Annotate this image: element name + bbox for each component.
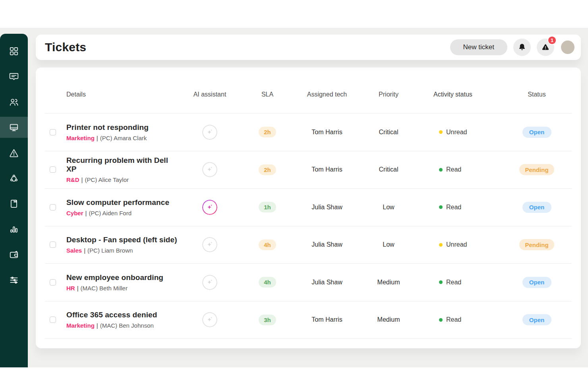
sparkle-icon bbox=[205, 240, 214, 249]
ticket-subtitle: R&D|(PC) Alice Taylor bbox=[66, 176, 180, 183]
ai-assistant-button[interactable] bbox=[202, 162, 217, 177]
priority: Critical bbox=[359, 166, 418, 173]
sla-badge: 3h bbox=[259, 315, 276, 325]
ticket-department: Sales bbox=[66, 247, 82, 254]
ai-assistant-button[interactable] bbox=[202, 237, 217, 252]
table-row: Printer not responding Marketing|(PC) Am… bbox=[45, 114, 572, 151]
ticket-title: Slow computer performance bbox=[66, 198, 180, 207]
activity-label: Unread bbox=[446, 241, 467, 248]
subtitle-separator: | bbox=[81, 176, 83, 183]
network-nodes-icon bbox=[9, 173, 19, 183]
new-ticket-button[interactable]: New ticket bbox=[450, 39, 507, 55]
activity-label: Read bbox=[446, 166, 461, 173]
ticket-subtitle: Cyber|(PC) Aiden Ford bbox=[66, 210, 180, 216]
ticket-details[interactable]: Slow computer performance Cyber|(PC) Aid… bbox=[61, 198, 180, 216]
table-row: Slow computer performance Cyber|(PC) Aid… bbox=[45, 189, 572, 226]
status-badge[interactable]: Pending bbox=[519, 164, 554, 175]
ticket-subtitle: Marketing|(PC) Amara Clark bbox=[66, 135, 180, 141]
status-badge[interactable]: Pending bbox=[519, 239, 554, 250]
ticket-title: New employee onboarding bbox=[66, 273, 180, 282]
ticket-title: Recurring problem with Dell XP bbox=[66, 156, 180, 174]
activity-status: Unread bbox=[418, 241, 502, 248]
alert-count-badge: 1 bbox=[547, 36, 557, 45]
sla-badge: 1h bbox=[259, 202, 276, 212]
ticket-details[interactable]: Desktop - Fan speed (left side) Sales|(P… bbox=[61, 236, 180, 254]
ticket-department: HR bbox=[66, 285, 75, 292]
sidebar-item-messages[interactable] bbox=[0, 64, 28, 89]
table-row: New employee onboarding HR|(MAC) Beth Mi… bbox=[45, 264, 572, 301]
column-header-details: Details bbox=[61, 91, 180, 98]
assigned-tech: Julia Shaw bbox=[295, 241, 359, 248]
sidebar-item-users[interactable] bbox=[0, 89, 28, 115]
sidebar-item-network[interactable] bbox=[0, 166, 28, 191]
ticket-title: Desktop - Fan speed (left side) bbox=[66, 236, 180, 244]
dashboard-icon bbox=[9, 46, 19, 56]
row-checkbox[interactable] bbox=[50, 241, 56, 248]
sla-badge: 4h bbox=[259, 239, 276, 250]
ticket-subtitle: HR|(MAC) Beth Miller bbox=[66, 285, 180, 292]
ticket-details[interactable]: Office 365 access denied Marketing|(MAC)… bbox=[61, 311, 180, 329]
row-checkbox[interactable] bbox=[50, 279, 56, 286]
row-checkbox[interactable] bbox=[50, 129, 56, 135]
priority: Critical bbox=[359, 129, 418, 136]
column-header-sla: SLA bbox=[240, 91, 295, 98]
table-header-row: Details AI assistant SLA Assigned tech P… bbox=[45, 68, 572, 114]
sparkle-icon bbox=[205, 278, 214, 287]
status-badge[interactable]: Open bbox=[522, 314, 551, 325]
book-icon bbox=[9, 199, 19, 209]
subtitle-separator: | bbox=[84, 247, 85, 254]
activity-dot bbox=[439, 280, 443, 284]
sidebar-item-reports[interactable] bbox=[0, 216, 28, 242]
activity-status: Read bbox=[418, 279, 502, 286]
ticket-details[interactable]: Printer not responding Marketing|(PC) Am… bbox=[61, 123, 180, 141]
activity-status: Read bbox=[418, 166, 502, 173]
subtitle-separator: | bbox=[85, 210, 87, 216]
topbar: Tickets New ticket 1 bbox=[36, 35, 581, 60]
sidebar-item-settings[interactable] bbox=[0, 267, 28, 293]
ticket-department: Cyber bbox=[66, 210, 83, 216]
table-row: Office 365 access denied Marketing|(MAC)… bbox=[45, 301, 572, 339]
activity-label: Read bbox=[446, 279, 461, 286]
row-checkbox[interactable] bbox=[50, 204, 56, 210]
ticket-device-user: (PC) Liam Brown bbox=[87, 247, 133, 254]
ai-assistant-button[interactable] bbox=[202, 200, 217, 215]
ticket-device-user: (MAC) Ben Johnson bbox=[100, 322, 154, 329]
activity-status: Read bbox=[418, 316, 502, 323]
status-badge[interactable]: Open bbox=[522, 277, 551, 288]
status-badge[interactable]: Open bbox=[522, 127, 551, 138]
row-checkbox[interactable] bbox=[50, 317, 56, 323]
table-row: Desktop - Fan speed (left side) Sales|(P… bbox=[45, 226, 572, 264]
assigned-tech: Tom Harris bbox=[295, 129, 359, 136]
bell-icon bbox=[518, 43, 526, 52]
sidebar-item-knowledge-base[interactable] bbox=[0, 191, 28, 216]
activity-label: Unread bbox=[446, 129, 467, 136]
sidebar bbox=[0, 34, 28, 367]
alert-triangle-icon bbox=[541, 43, 550, 52]
ticket-title: Printer not responding bbox=[66, 123, 180, 132]
column-header-ai-assistant: AI assistant bbox=[180, 91, 240, 98]
ticket-device-user: (PC) Amara Clark bbox=[100, 135, 147, 141]
ticket-details[interactable]: New employee onboarding HR|(MAC) Beth Mi… bbox=[61, 273, 180, 292]
sla-badge: 2h bbox=[259, 164, 276, 175]
sidebar-item-dashboard[interactable] bbox=[0, 39, 28, 64]
sparkle-icon bbox=[205, 165, 214, 174]
row-checkbox[interactable] bbox=[50, 166, 56, 173]
ticket-details[interactable]: Recurring problem with Dell XP R&D|(PC) … bbox=[61, 156, 180, 183]
ticket-department: Marketing bbox=[66, 322, 95, 329]
sparkle-icon bbox=[205, 203, 214, 212]
alerts-button[interactable]: 1 bbox=[537, 39, 554, 56]
sidebar-item-billing[interactable] bbox=[0, 242, 28, 267]
status-badge[interactable]: Open bbox=[522, 202, 551, 213]
notifications-button[interactable] bbox=[513, 39, 531, 56]
ai-assistant-button[interactable] bbox=[202, 275, 217, 290]
sidebar-item-devices[interactable] bbox=[0, 117, 28, 138]
monitor-icon bbox=[9, 122, 19, 133]
column-header-status: Status bbox=[502, 91, 572, 98]
ticket-device-user: (PC) Alice Taylor bbox=[85, 176, 129, 183]
ai-assistant-button[interactable] bbox=[202, 312, 217, 327]
assigned-tech: Julia Shaw bbox=[295, 204, 359, 211]
sidebar-item-alerts[interactable] bbox=[0, 140, 28, 166]
ai-assistant-button[interactable] bbox=[202, 125, 217, 140]
user-avatar[interactable] bbox=[561, 41, 574, 54]
sliders-icon bbox=[9, 275, 19, 285]
